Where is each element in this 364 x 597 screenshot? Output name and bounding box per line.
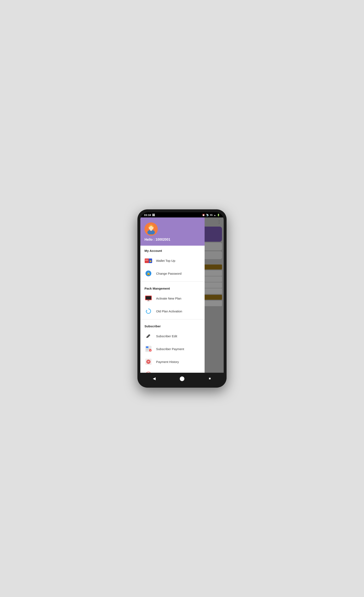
svg-rect-11 [146,296,151,299]
back-icon: ◀ [153,376,156,381]
svg-point-24 [146,372,151,373]
activate-new-plan-label: Activate New Plan [156,297,181,300]
subscriber-edit-label: Subscriber Edit [156,334,177,338]
tv-icon [144,294,152,302]
navigation-drawer: Hello : 10002001 My Account [140,217,205,373]
main-screen: ⋮ 511506.29 + Wallet Balance 15 1837 eac… [140,217,224,373]
menu-item-payment-revoke[interactable]: Payment Revoke [140,368,205,373]
phone-frame: 03:18 🖼 ⏰ 📡 4G ▲ 🔋 ⋮ 511506.29 [137,209,227,388]
svg-rect-8 [145,260,148,260]
user-avatar-icon [146,224,157,235]
phone-screen: 03:18 🖼 ⏰ 📡 4G ▲ 🔋 ⋮ 511506.29 [140,212,224,385]
recents-icon: ■ [209,377,211,380]
back-button[interactable]: ◀ [150,375,158,382]
svg-rect-16 [146,346,148,348]
signal-icon: ▲ [214,214,216,216]
recents-button[interactable]: ■ [206,375,214,382]
payment-history-label: Payment History [156,360,179,364]
svg-rect-9 [150,260,151,262]
svg-text:$: $ [150,349,151,352]
wallet-top-up-label: Wallet Top Up [156,259,175,262]
svg-text:H: H [148,360,150,363]
old-plan-activation-label: Old Plan Activation [156,309,182,313]
home-button[interactable]: ⬤ [178,375,186,382]
svg-rect-18 [146,350,148,350]
menu-item-wallet-top-up[interactable]: Wallet Top Up [140,254,205,267]
section-pack-management: Pack Mangement [140,283,205,292]
menu-item-change-password[interactable]: 🔒 Change Password [140,267,205,280]
section-subscriber: Subscriber [140,321,205,330]
lock-icon: 🔒 [144,269,152,277]
status-left: 03:18 🖼 [144,213,155,217]
greeting-text: Hello : 10002001 [144,238,200,242]
status-right: ⏰ 📡 4G ▲ 🔋 [202,214,220,216]
status-bar: 03:18 🖼 ⏰ 📡 4G ▲ 🔋 [140,212,224,217]
menu-item-old-plan-activation[interactable]: Old Plan Activation [140,305,205,318]
history-icon: H [144,358,152,366]
svg-rect-7 [145,259,149,263]
refresh-icon [144,307,152,315]
wallet-icon [144,257,152,265]
payment-icon: $ [144,345,152,353]
alarm-icon: ⏰ [202,214,205,216]
svg-point-4 [149,226,153,230]
section-my-account: My Account [140,246,205,254]
divider-1 [140,282,205,282]
menu-item-payment-history[interactable]: H Payment History [140,355,205,368]
4g-label: 4G [210,214,213,216]
svg-rect-12 [148,300,149,301]
change-password-label: Change Password [156,272,182,275]
svg-rect-13 [147,301,150,301]
time-display: 03:18 [144,213,151,217]
subscriber-payment-label: Subscriber Payment [156,347,184,351]
wifi-icon: 📡 [206,214,209,216]
svg-marker-14 [146,310,148,311]
avatar [144,222,158,236]
revoke-icon [144,371,152,373]
menu-item-subscriber-edit[interactable]: Subscriber Edit [140,330,205,342]
battery-icon: 🔋 [217,214,220,216]
drawer-header: Hello : 10002001 [140,217,205,246]
menu-item-subscriber-payment[interactable]: $ Subscriber Payment [140,342,205,355]
drawer-menu-body: My Account Wallet Top Up [140,246,205,373]
navigation-bar: ◀ ⬤ ■ [140,373,224,385]
photo-icon: 🖼 [152,213,155,217]
pen-icon [144,332,152,340]
home-icon: ⬤ [180,376,185,381]
menu-item-activate-new-plan[interactable]: Activate New Plan [140,292,205,305]
